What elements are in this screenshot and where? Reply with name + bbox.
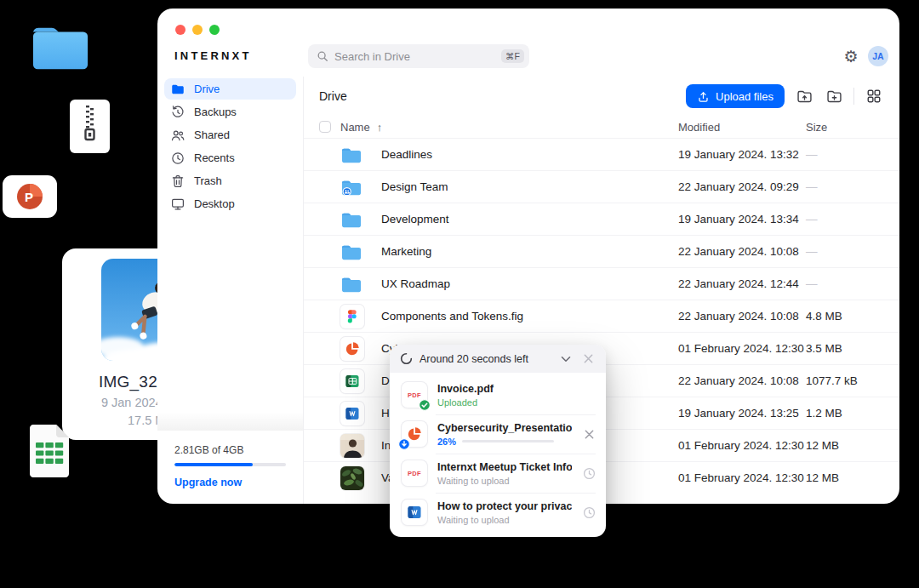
spinner-icon [400,352,413,365]
storage-panel: 2.81GB of 4GB Upgrade now [157,431,303,504]
sidebar-item-recents[interactable]: Recents [164,147,296,168]
select-all-checkbox[interactable] [319,121,331,133]
sidebar-item-label: Trash [194,174,222,187]
word-file-icon [402,500,427,525]
sidebar-item-drive[interactable]: Drive [164,78,296,100]
upload-progress-bar [462,440,554,443]
table-row[interactable]: Deadlines 19 January 2024. 13:32 — [304,138,899,170]
spreadsheet-file-icon [26,422,73,480]
upgrade-now-link[interactable]: Upgrade now [174,477,286,488]
upload-popup-header: Around 20 seconds left [390,345,606,373]
file-size: 12 MB [806,471,884,484]
collapse-popup-button[interactable] [558,351,574,367]
sidebar-item-shared[interactable]: Shared [164,124,296,146]
table-row[interactable]: Development 19 January 2024. 13:34 — [304,203,899,235]
folder-icon [340,243,371,261]
search-shortcut-badge: ⌘F [501,49,524,64]
folder-icon [340,275,371,294]
zoom-window-button[interactable] [209,25,220,35]
table-row[interactable]: UX Roadmap 22 January 2024. 12:44 — [304,267,899,300]
app-window: INTERNXT ⌘F ⚙ JA Drive Backups Shared Re… [157,9,899,504]
cancel-upload-icon [584,429,595,440]
sidebar: Drive Backups Shared Recents Trash Deskt… [157,77,304,504]
modified-column-header[interactable]: Modified [678,121,806,134]
ppt-icon [340,337,371,361]
upload-time-remaining: Around 20 seconds left [420,353,551,365]
folder-icon [340,146,371,164]
file-name: Deadlines [371,148,678,161]
excel-icon [340,369,371,393]
figma-icon [340,305,371,328]
upload-item: How to protect your privacy.doc Waiting … [390,493,606,532]
search-input[interactable] [334,50,495,63]
upload-item-name: Cybersecurity_Presentation.ppt [437,422,572,434]
uploading-badge [398,438,410,450]
file-name: Marketing [371,245,678,258]
settings-gear-icon[interactable]: ⚙ [842,47,860,66]
folder-icon [340,210,371,229]
upload-item: PDF Internxt Meetup Ticket Info.pdf Wait… [390,454,606,493]
sidebar-item-trash[interactable]: Trash [164,170,296,191]
close-icon [583,353,594,364]
table-row[interactable]: Design Team 22 January 2024. 09:29 — [304,170,899,203]
file-modified-date: 19 January 2024. 13:32 [678,148,806,161]
file-size: — [806,277,884,290]
search-icon [317,50,328,62]
sort-ascending-icon: ↑ [377,121,383,134]
search-bar[interactable]: ⌘F [308,44,529,68]
sidebar-item-label: Recents [194,151,235,164]
table-row[interactable]: Marketing 22 January 2024. 10:08 — [304,235,899,267]
close-window-button[interactable] [175,25,186,35]
file-name: Components and Tokens.fig [371,310,678,323]
user-avatar[interactable]: JA [868,46,888,66]
file-modified-date: 19 January 2024. 13:34 [678,213,806,225]
sidebar-item-label: Desktop [194,197,235,210]
file-size: — [806,148,884,161]
upload-item-status: Waiting to upload [437,476,572,486]
upload-files-button[interactable]: Upload files [686,84,785,108]
grid-view-button[interactable] [864,86,884,106]
upload-item: Cybersecurity_Presentation.ppt 26% [390,414,606,454]
internxt-logo: INTERNXT [174,49,252,62]
file-size: — [806,180,884,193]
file-modified-date: 01 February 2024. 12:30 [678,471,806,484]
ppt-file-icon [402,421,427,447]
table-row[interactable]: Components and Tokens.fig 22 January 202… [304,300,899,332]
file-name: UX Roadmap [371,277,678,290]
sidebar-item-label: Shared [194,128,230,141]
drive-icon [170,82,186,97]
uploaded-check-badge [419,399,431,411]
sidebar-item-backups[interactable]: Backups [164,101,296,123]
toolbar-divider [853,88,854,105]
recents-icon [170,151,186,166]
chevron-down-icon [560,353,572,365]
file-modified-date: 19 January 2024. 13:25 [678,407,806,420]
upload-item-name: How to protect your privacy.doc [437,500,572,512]
file-modified-date: 22 January 2024. 09:29 [678,180,806,193]
storage-bar [174,463,286,466]
upload-item-status: Waiting to upload [437,515,572,525]
waiting-clock-icon [583,506,596,519]
svg-text:P: P [25,190,33,204]
upload-folder-button[interactable] [794,86,814,106]
close-popup-button[interactable] [580,351,596,367]
powerpoint-file-icon: P [3,175,57,218]
file-name: Design Team [371,180,678,193]
upload-percent: 26% [437,437,456,447]
file-modified-date: 22 January 2024. 12:44 [678,277,806,290]
window-controls [175,25,220,35]
upload-progress-popup: Around 20 seconds left PDF Invoice.pdf U… [390,345,606,537]
file-modified-date: 01 February 2024. 12:30 [678,439,806,452]
upload-item-status: Uploaded [437,397,572,408]
word-icon [340,402,371,425]
table-header: Name ↑ Modified Size [304,116,899,138]
name-column-header[interactable]: Name ↑ [340,121,678,134]
sidebar-item-desktop[interactable]: Desktop [164,193,296,214]
file-size: 1077.7 kB [806,374,884,387]
new-folder-button[interactable] [824,86,844,106]
minimize-window-button[interactable] [192,25,203,35]
file-size: 3.5 MB [806,342,884,355]
size-column-header[interactable]: Size [806,121,884,134]
cancel-upload-button[interactable] [584,429,595,440]
storage-usage-label: 2.81GB of 4GB [174,444,286,456]
